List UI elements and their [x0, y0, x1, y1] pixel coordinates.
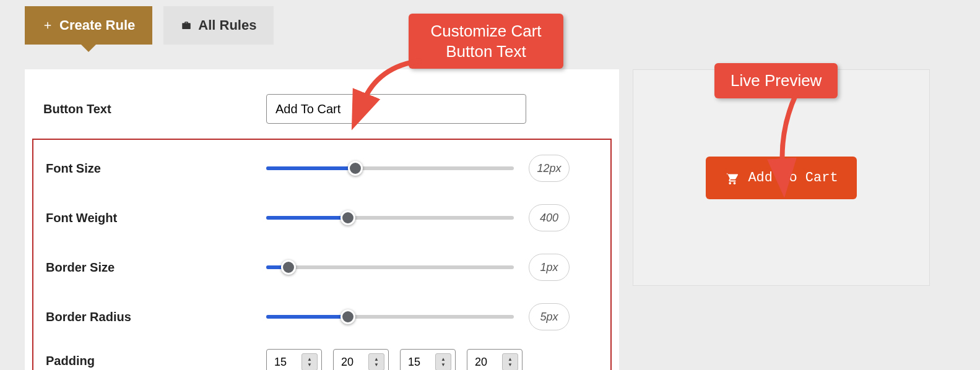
row-font-size: Font Size 12px	[46, 155, 598, 182]
stepper-buttons[interactable]: ▲▼	[368, 353, 384, 370]
row-border-size: Border Size 1px	[46, 254, 598, 281]
padding-left-stepper[interactable]: 20 ▲▼	[467, 349, 523, 370]
label-font-weight: Font Weight	[46, 211, 266, 225]
label-border-radius: Border Radius	[46, 310, 266, 324]
row-padding: Padding 15 ▲▼ Top 20 ▲▼	[46, 349, 598, 370]
slider-font-size[interactable]	[266, 160, 514, 177]
label-font-size: Font Size	[46, 161, 266, 176]
padding-bottom-stepper[interactable]: 15 ▲▼	[400, 349, 456, 370]
row-border-radius: Border Radius 5px	[46, 303, 598, 330]
slider-border-size[interactable]	[266, 259, 514, 276]
tab-create-label: Create Rule	[59, 17, 135, 33]
padding-right-stepper[interactable]: 20 ▲▼	[333, 349, 389, 370]
value-border-size: 1px	[529, 254, 570, 281]
label-border-size: Border Size	[46, 260, 266, 275]
padding-top-stepper[interactable]: 15 ▲▼	[266, 349, 322, 370]
plus-icon	[42, 20, 53, 31]
padding-top-value: 15	[267, 356, 301, 369]
highlight-box: Font Size 12px Font Weight	[32, 139, 612, 370]
callout-customize: Customize CartButton Text	[409, 14, 563, 69]
callout-live-preview: Live Preview	[714, 63, 838, 98]
tab-all-rules[interactable]: All Rules	[163, 6, 274, 45]
row-font-weight: Font Weight 400	[46, 204, 598, 231]
row-button-text: Button Text	[25, 94, 619, 139]
briefcase-icon	[181, 20, 192, 31]
label-button-text: Button Text	[43, 102, 266, 116]
padding-left-value: 20	[467, 356, 502, 369]
settings-panel: Button Text Font Size 12px Font Weight	[25, 69, 619, 370]
callout-customize-text: Customize CartButton Text	[430, 22, 541, 61]
padding-bottom-value: 15	[401, 356, 435, 369]
add-to-cart-button[interactable]: Add To Cart	[706, 157, 856, 199]
stepper-buttons[interactable]: ▲▼	[301, 353, 318, 370]
value-font-weight: 400	[529, 204, 570, 231]
padding-right-value: 20	[334, 356, 368, 369]
cart-icon	[724, 171, 738, 184]
button-text-input[interactable]	[266, 94, 526, 124]
value-font-size: 12px	[529, 155, 570, 182]
stepper-buttons[interactable]: ▲▼	[435, 353, 451, 370]
slider-border-radius[interactable]	[266, 308, 514, 325]
value-border-radius: 5px	[529, 303, 570, 330]
tab-all-label: All Rules	[198, 17, 256, 33]
preview-panel: Add To Cart	[633, 69, 930, 286]
label-padding: Padding	[46, 349, 266, 370]
callout-live-preview-text: Live Preview	[731, 71, 822, 90]
add-to-cart-label: Add To Cart	[748, 170, 838, 186]
stepper-buttons[interactable]: ▲▼	[502, 353, 518, 370]
tab-create-rule[interactable]: Create Rule	[25, 6, 152, 45]
slider-font-weight[interactable]	[266, 209, 514, 226]
